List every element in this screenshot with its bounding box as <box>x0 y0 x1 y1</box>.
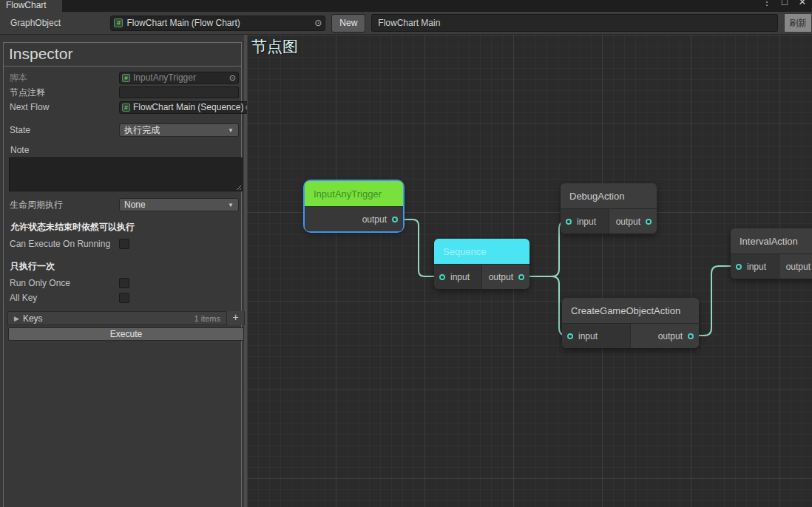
all-key-checkbox[interactable] <box>119 293 129 303</box>
port-label: output <box>786 262 811 272</box>
input-port-cell: input <box>562 324 631 348</box>
output-port-cell: output <box>482 265 530 289</box>
input-port[interactable] <box>567 333 573 339</box>
lifecycle-row: 生命周期执行 None ▼ <box>10 197 239 212</box>
toolbar: GraphObject # FlowChart Main (Flow Chart… <box>0 12 812 35</box>
tab-strip: FlowChart ⋮ □ ✕ <box>0 0 812 12</box>
can-execute-checkbox[interactable] <box>119 239 129 249</box>
node-title: CreateGameObjectAction <box>571 305 680 316</box>
input-port-cell: input <box>434 265 482 289</box>
input-port[interactable] <box>566 219 572 225</box>
graph-object-field[interactable]: # FlowChart Main (Flow Chart) ⊙ <box>110 16 325 31</box>
close-icon[interactable]: ✕ <box>797 0 808 7</box>
node-create-game-object-action[interactable]: CreateGameObjectAction input output <box>562 298 699 348</box>
inspector-title: Inspector <box>4 43 241 67</box>
can-execute-label: Can Execute On Running <box>10 239 119 249</box>
comment-label: 节点注释 <box>10 86 119 99</box>
next-flow-label: Next Flow <box>10 102 119 112</box>
lifecycle-dropdown[interactable]: None ▼ <box>119 198 239 211</box>
flowchart-window: FlowChart ⋮ □ ✕ GraphObject # FlowChart … <box>0 0 812 507</box>
output-port[interactable] <box>646 219 652 225</box>
object-picker-icon[interactable]: ⊙ <box>314 18 322 28</box>
graph-title: 节点图 <box>251 36 298 57</box>
inspector-box: Inspector 脚本 # InputAnyTrigger ⊙ 节点注释 <box>3 42 242 507</box>
script-label: 脚本 <box>10 72 119 84</box>
can-execute-header: 允许状态未结束时依然可以执行 <box>10 221 239 234</box>
port-label: output <box>658 331 683 341</box>
next-flow-value: FlowChart Main (Sequence) <box>133 102 243 112</box>
input-port-cell: input <box>561 209 609 234</box>
next-flow-field[interactable]: # FlowChart Main (Sequence) ⊙ <box>119 101 255 114</box>
edge-layer <box>247 35 812 507</box>
inspector-panel: Inspector 脚本 # InputAnyTrigger ⊙ 节点注释 <box>0 35 244 507</box>
node-input-any-trigger[interactable]: InputAnyTrigger output <box>305 181 403 231</box>
node-header: InputAnyTrigger <box>305 181 403 207</box>
window-menu-icon[interactable]: ⋮ <box>762 0 772 7</box>
node-interval-action[interactable]: IntervalAction input output <box>731 228 812 279</box>
graph-object-label: GraphObject <box>10 18 110 28</box>
tab-flowchart[interactable]: FlowChart <box>0 0 62 12</box>
refresh-button[interactable]: 刷新 <box>784 13 812 33</box>
node-header: DebugAction <box>561 183 657 209</box>
lifecycle-value: None <box>124 200 228 210</box>
node-header: CreateGameObjectAction <box>562 298 699 324</box>
node-title: DebugAction <box>569 191 624 202</box>
maximize-icon[interactable]: □ <box>779 0 790 7</box>
state-row: State 执行完成 ▼ <box>10 123 239 137</box>
run-once-label: Run Only Once <box>10 278 119 288</box>
script-row: 脚本 # InputAnyTrigger ⊙ <box>10 70 239 85</box>
comment-input[interactable] <box>119 86 239 98</box>
output-port-cell: output <box>631 324 699 348</box>
note-textarea[interactable] <box>9 157 243 191</box>
execute-button[interactable]: Execute <box>8 327 244 341</box>
script-picker-icon: ⊙ <box>229 73 236 83</box>
node-title: IntervalAction <box>740 236 798 247</box>
node-header: Sequence <box>434 239 530 265</box>
port-label: input <box>747 262 766 272</box>
state-dropdown[interactable]: 执行完成 ▼ <box>119 123 239 137</box>
output-port-cell: output <box>305 207 403 231</box>
run-once-row: Run Only Once <box>10 276 239 290</box>
script-field: # InputAnyTrigger ⊙ <box>119 72 239 84</box>
scriptable-object-icon: # <box>114 18 123 27</box>
run-once-header: 只执行一次 <box>10 260 239 273</box>
script-value: InputAnyTrigger <box>133 72 228 83</box>
port-label: input <box>577 217 596 227</box>
new-button[interactable]: New <box>331 14 365 33</box>
note-label: Note <box>10 145 239 155</box>
lifecycle-label: 生命周期执行 <box>10 199 119 211</box>
tab-flowchart-label: FlowChart <box>6 0 47 10</box>
node-sequence[interactable]: Sequence input output <box>434 239 530 289</box>
chevron-down-icon: ▼ <box>228 127 234 134</box>
node-graph-canvas[interactable]: 节点图 InputAnyTrigger output <box>247 35 812 507</box>
port-label: output <box>362 214 387 225</box>
output-port[interactable] <box>518 274 524 280</box>
input-port-cell: input <box>731 254 779 279</box>
output-port-cell: output <box>609 209 657 234</box>
script-icon: # <box>122 74 130 82</box>
node-header: IntervalAction <box>731 228 812 254</box>
window-controls: ⋮ □ ✕ <box>762 0 808 7</box>
output-port-cell: output <box>779 254 812 279</box>
port-label: input <box>578 331 598 341</box>
all-key-label: All Key <box>10 293 119 303</box>
node-title: InputAnyTrigger <box>314 188 382 200</box>
graph-object-value: FlowChart Main (Flow Chart) <box>126 18 311 28</box>
output-port[interactable] <box>688 333 694 339</box>
can-execute-row: Can Execute On Running <box>10 237 239 251</box>
run-once-checkbox[interactable] <box>119 278 129 288</box>
graph-name-input[interactable] <box>371 14 778 32</box>
port-label: input <box>450 272 470 282</box>
node-title: Sequence <box>443 246 487 257</box>
flowchart-asset-icon: # <box>122 103 130 112</box>
state-label: State <box>10 125 119 135</box>
input-port[interactable] <box>736 264 742 270</box>
add-key-button[interactable]: + <box>226 311 244 325</box>
port-label: output <box>489 272 513 282</box>
state-value: 执行完成 <box>124 124 228 137</box>
output-port[interactable] <box>392 217 398 222</box>
keys-foldout[interactable]: ▶ Keys 1 items + <box>7 311 245 325</box>
input-port[interactable] <box>439 274 445 280</box>
node-debug-action[interactable]: DebugAction input output <box>561 183 657 234</box>
keys-count: 1 items <box>194 314 220 323</box>
